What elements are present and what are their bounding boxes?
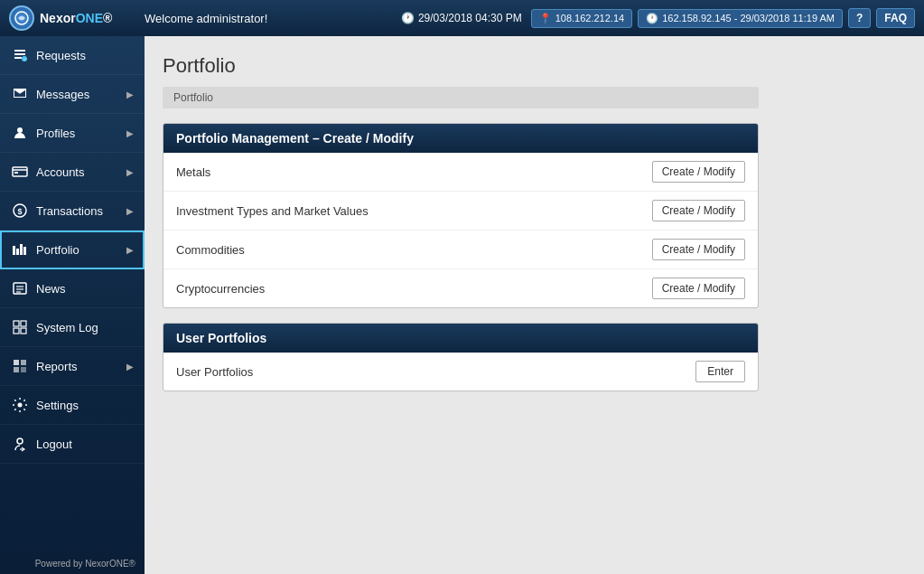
sidebar-item-transactions[interactable]: $ Transactions ▶ [0, 192, 145, 231]
svg-rect-21 [14, 360, 19, 365]
investment-types-create-modify-button[interactable]: Create / Modify [652, 200, 745, 221]
cryptocurrencies-label: Cryptocurrencies [176, 282, 652, 296]
breadcrumb: Portfolio [163, 87, 759, 108]
messages-label: Messages [36, 88, 119, 101]
user-portfolios-enter-button[interactable]: Enter [695, 361, 745, 382]
svg-rect-22 [21, 360, 26, 365]
svg-rect-17 [14, 321, 19, 326]
sidebar-item-system-log[interactable]: System Log [0, 308, 145, 347]
user-portfolios-section: User Portfolios User Portfolios Enter [163, 323, 759, 391]
messages-chevron: ▶ [126, 89, 134, 99]
user-portfolios-row: User Portfolios Enter [163, 353, 758, 391]
session-badge: 🕐 162.158.92.145 - 29/03/2018 11:19 AM [638, 9, 843, 28]
page-title: Portfolio [163, 54, 906, 78]
logout-label: Logout [36, 438, 134, 451]
requests-icon: ✓ [11, 46, 29, 64]
transactions-label: Transactions [36, 204, 119, 218]
svg-rect-11 [20, 244, 23, 255]
logo-text: NexorONE® [40, 11, 112, 25]
faq-button[interactable]: FAQ [876, 8, 915, 28]
portfolio-management-section: Portfolio Management – Create / Modify M… [163, 123, 759, 308]
settings-label: Settings [36, 399, 134, 412]
svg-rect-24 [21, 367, 26, 372]
svg-rect-9 [13, 246, 15, 255]
sidebar: ✓ Requests Messages ▶ [0, 36, 145, 574]
app-header: NexorONE® Welcome administrator! 🕐 29/03… [0, 0, 924, 36]
reports-icon [11, 357, 29, 375]
sidebar-item-messages[interactable]: Messages ▶ [0, 75, 145, 114]
metals-row: Metals Create / Modify [163, 153, 758, 192]
welcome-text: Welcome administrator! [145, 12, 392, 25]
logo: NexorONE® [9, 5, 135, 31]
settings-icon [11, 396, 29, 414]
investment-types-row: Investment Types and Market Values Creat… [163, 192, 758, 231]
svg-rect-18 [21, 321, 26, 326]
svg-text:✓: ✓ [23, 57, 26, 61]
header-right: 📍 108.162.212.14 🕐 162.158.92.145 - 29/0… [531, 8, 915, 28]
transactions-icon: $ [11, 202, 29, 220]
profiles-chevron: ▶ [126, 128, 134, 138]
user-portfolios-label: User Portfolios [176, 365, 695, 379]
cryptocurrencies-create-modify-button[interactable]: Create / Modify [652, 278, 745, 299]
metals-label: Metals [176, 165, 652, 179]
accounts-chevron: ▶ [126, 167, 134, 177]
svg-rect-6 [14, 172, 18, 174]
portfolio-icon [11, 240, 29, 259]
svg-rect-10 [16, 249, 19, 255]
accounts-label: Accounts [36, 165, 119, 179]
commodities-label: Commodities [176, 243, 652, 257]
help-button[interactable]: ? [848, 8, 871, 28]
svg-point-3 [17, 127, 23, 133]
portfolio-label: Portfolio [36, 243, 119, 257]
logout-icon [11, 435, 29, 453]
transactions-chevron: ▶ [126, 206, 134, 216]
svg-point-25 [18, 403, 23, 408]
sidebar-item-news[interactable]: News [0, 269, 145, 308]
metals-create-modify-button[interactable]: Create / Modify [652, 161, 745, 183]
user-portfolios-header: User Portfolios [163, 324, 758, 353]
sidebar-item-accounts[interactable]: Accounts ▶ [0, 153, 145, 192]
investment-types-label: Investment Types and Market Values [176, 204, 652, 218]
ip-badge: 📍 108.162.212.14 [531, 9, 632, 28]
sidebar-item-reports[interactable]: Reports ▶ [0, 347, 145, 386]
svg-rect-23 [14, 367, 19, 372]
svg-text:$: $ [17, 207, 22, 216]
profiles-icon [11, 124, 29, 142]
main-layout: ✓ Requests Messages ▶ [0, 36, 924, 574]
requests-label: Requests [36, 49, 134, 62]
reports-chevron: ▶ [126, 362, 134, 372]
commodities-row: Commodities Create / Modify [163, 231, 758, 269]
reports-label: Reports [36, 360, 119, 373]
news-icon [11, 279, 29, 297]
cryptocurrencies-row: Cryptocurrencies Create / Modify [163, 269, 758, 307]
accounts-icon [11, 163, 29, 181]
sidebar-item-portfolio[interactable]: Portfolio ▶ [0, 231, 145, 269]
news-label: News [36, 282, 134, 296]
svg-rect-19 [14, 328, 19, 334]
messages-icon [11, 85, 29, 103]
system-log-label: System Log [36, 321, 134, 334]
portfolio-management-header: Portfolio Management – Create / Modify [163, 124, 758, 153]
svg-rect-20 [21, 328, 26, 334]
commodities-create-modify-button[interactable]: Create / Modify [652, 239, 745, 260]
sidebar-item-requests[interactable]: ✓ Requests [0, 36, 145, 75]
main-content: Portfolio Portfolio Portfolio Management… [145, 36, 924, 574]
profiles-label: Profiles [36, 127, 119, 140]
sidebar-item-logout[interactable]: Logout [0, 425, 145, 464]
svg-rect-12 [23, 247, 26, 255]
logo-icon [9, 5, 34, 31]
sidebar-item-profiles[interactable]: Profiles ▶ [0, 114, 145, 153]
portfolio-chevron: ▶ [126, 245, 134, 255]
svg-point-26 [17, 438, 23, 444]
system-log-icon [11, 318, 29, 336]
sidebar-footer: Powered by NexorONE® [0, 553, 145, 574]
header-time: 🕐 29/03/2018 04:30 PM [401, 12, 522, 24]
sidebar-item-settings[interactable]: Settings [0, 386, 145, 425]
